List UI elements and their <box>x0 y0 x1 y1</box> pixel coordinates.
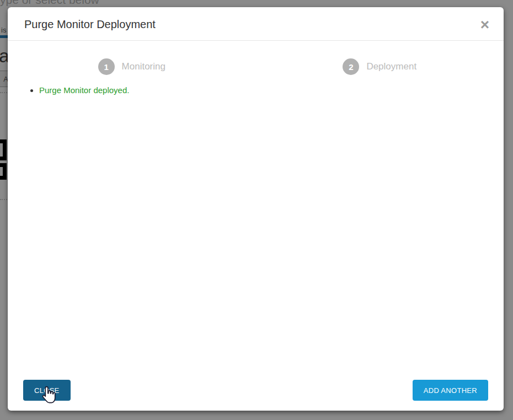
step-monitoring: 1 Monitoring <box>8 58 256 75</box>
close-icon[interactable]: × <box>480 17 489 33</box>
status-message-item: Purge Monitor deployed. <box>39 85 487 96</box>
add-another-button[interactable]: ADD ANOTHER <box>413 380 488 401</box>
dialog-title: Purge Monitor Deployment <box>24 18 487 31</box>
step-label: Monitoring <box>122 61 165 72</box>
step-label: Deployment <box>366 61 416 72</box>
step-number-badge: 1 <box>98 58 115 75</box>
dialog-footer: CLOSE ADD ANOTHER <box>8 380 504 411</box>
status-message-list: Purge Monitor deployed. <box>24 85 487 96</box>
purge-monitor-deployment-dialog: Purge Monitor Deployment × 1 Monitoring … <box>8 7 504 411</box>
wizard-stepper: 1 Monitoring 2 Deployment <box>8 41 504 75</box>
success-message: Purge Monitor deployed. <box>39 85 129 95</box>
step-deployment: 2 Deployment <box>256 58 504 75</box>
close-button[interactable]: CLOSE <box>23 380 71 401</box>
dialog-body: Purge Monitor deployed. <box>8 75 504 380</box>
step-number-badge: 2 <box>343 58 359 75</box>
dialog-header: Purge Monitor Deployment × <box>8 7 504 41</box>
